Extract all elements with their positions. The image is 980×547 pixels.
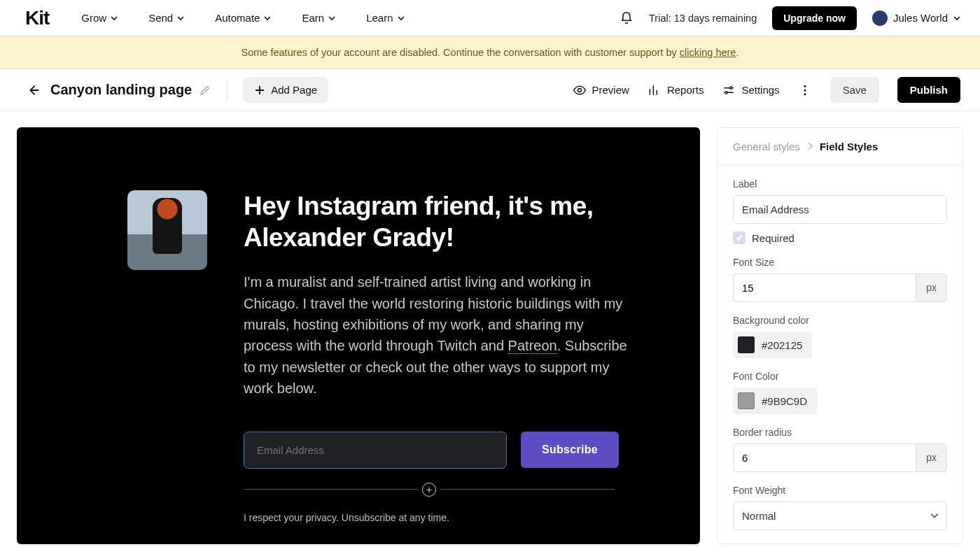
svg-point-4 xyxy=(804,89,806,91)
font-color-picker[interactable]: #9B9C9D xyxy=(733,388,817,414)
add-element-row[interactable]: + xyxy=(244,483,615,497)
font-size-unit: px xyxy=(916,274,947,302)
breadcrumb-current: Field Styles xyxy=(820,141,878,152)
color-swatch-icon xyxy=(738,392,755,409)
border-radius-group: Border radius px xyxy=(733,427,947,472)
body-link-patreon[interactable]: Patreon xyxy=(508,338,557,354)
font-weight-select[interactable] xyxy=(733,502,947,530)
subscribe-button[interactable]: Subscribe xyxy=(521,432,619,468)
account-banner: Some features of your account are disabl… xyxy=(0,36,980,69)
chart-icon xyxy=(648,83,662,97)
field-label-group: Label Required xyxy=(733,178,947,244)
panel-body: Label Required Font Size px Background c… xyxy=(718,166,962,544)
chevron-right-icon xyxy=(807,141,813,152)
canvas-headline[interactable]: Hey Instagram friend, it's me, Alexander… xyxy=(244,190,633,253)
publish-button[interactable]: Publish xyxy=(897,77,960,103)
border-radius-input-wrap: px xyxy=(733,443,947,472)
border-radius-input[interactable] xyxy=(733,443,916,472)
avatar xyxy=(872,10,888,26)
eye-icon xyxy=(573,83,587,97)
chevron-down-icon xyxy=(398,15,405,22)
user-menu[interactable]: Jules World xyxy=(872,10,960,26)
bg-color-title: Background color xyxy=(733,315,947,326)
author-photo[interactable] xyxy=(127,190,207,270)
workspace: Hey Instagram friend, it's me, Alexander… xyxy=(0,111,980,544)
nav-learn[interactable]: Learn xyxy=(366,12,404,24)
checkbox-icon xyxy=(733,232,746,244)
pencil-icon[interactable] xyxy=(199,84,211,97)
reports-button[interactable]: Reports xyxy=(648,83,704,97)
save-button[interactable]: Save xyxy=(830,77,879,103)
svg-point-5 xyxy=(804,93,806,95)
preview-button[interactable]: Preview xyxy=(573,83,629,97)
upgrade-button[interactable]: Upgrade now xyxy=(772,6,857,30)
font-weight-value[interactable] xyxy=(733,502,947,530)
plus-icon xyxy=(254,85,265,96)
field-label-input[interactable] xyxy=(733,195,947,224)
preview-label: Preview xyxy=(592,84,629,96)
plus-circle-icon[interactable]: + xyxy=(422,483,436,497)
back-arrow-icon[interactable] xyxy=(25,83,41,98)
settings-button[interactable]: Settings xyxy=(722,83,779,97)
top-nav: Kit Grow Send Automate Earn Learn Trial:… xyxy=(0,0,980,36)
privacy-text[interactable]: I respect your privacy. Unsubscribe at a… xyxy=(244,512,633,523)
email-input[interactable] xyxy=(244,432,507,469)
chevron-down-icon xyxy=(264,15,271,22)
canvas-text-column: Hey Instagram friend, it's me, Alexander… xyxy=(244,190,633,523)
nav-automate[interactable]: Automate xyxy=(215,12,271,24)
nav-items: Grow Send Automate Earn Learn xyxy=(81,12,404,24)
svg-point-2 xyxy=(725,91,727,93)
nav-label: Earn xyxy=(302,12,324,24)
required-label: Required xyxy=(752,232,794,244)
bg-color-value: #202125 xyxy=(762,339,802,351)
add-page-button[interactable]: Add Page xyxy=(243,77,328,103)
banner-link[interactable]: clicking here xyxy=(680,47,736,58)
sliders-icon xyxy=(722,83,736,97)
color-swatch-icon xyxy=(738,336,755,353)
border-radius-title: Border radius xyxy=(733,427,947,438)
required-checkbox-row[interactable]: Required xyxy=(733,232,947,244)
chevron-down-icon xyxy=(328,15,335,22)
breadcrumb: General styles Field Styles xyxy=(718,128,962,166)
font-size-input[interactable] xyxy=(733,274,916,302)
field-label-title: Label xyxy=(733,178,947,190)
editor-canvas[interactable]: Hey Instagram friend, it's me, Alexander… xyxy=(17,127,700,544)
font-color-group: Font Color #9B9C9D xyxy=(733,371,947,414)
reports-label: Reports xyxy=(667,84,704,96)
page-header: Canyon landing page Add Page Preview Rep… xyxy=(0,69,980,111)
svg-point-0 xyxy=(578,88,581,92)
font-color-value: #9B9C9D xyxy=(762,395,807,407)
svg-point-1 xyxy=(730,87,732,89)
svg-point-3 xyxy=(804,85,806,87)
nav-label: Grow xyxy=(81,12,106,24)
user-name: Jules World xyxy=(893,12,948,24)
bg-color-picker[interactable]: #202125 xyxy=(733,332,812,358)
chevron-down-icon xyxy=(953,15,960,22)
bell-icon[interactable] xyxy=(620,11,634,25)
header-actions: Preview Reports Settings Save Publish xyxy=(573,77,960,103)
nav-send[interactable]: Send xyxy=(148,12,184,24)
nav-earn[interactable]: Earn xyxy=(302,12,335,24)
trial-status: Trial: 13 days remaining xyxy=(649,13,757,24)
add-page-label: Add Page xyxy=(271,84,317,96)
nav-label: Send xyxy=(148,12,173,24)
page-title: Canyon landing page xyxy=(50,82,192,98)
subscribe-form: Subscribe xyxy=(244,432,633,469)
nav-label: Automate xyxy=(215,12,260,24)
settings-label: Settings xyxy=(741,84,779,96)
font-size-group: Font Size px xyxy=(733,257,947,302)
banner-text: Some features of your account are disabl… xyxy=(241,47,680,58)
more-menu-icon[interactable] xyxy=(798,83,812,97)
font-weight-group: Font Weight xyxy=(733,485,947,530)
font-size-input-wrap: px xyxy=(733,274,947,302)
font-size-title: Font Size xyxy=(733,257,947,268)
top-nav-right: Trial: 13 days remaining Upgrade now Jul… xyxy=(620,6,960,30)
breadcrumb-root[interactable]: General styles xyxy=(733,141,800,152)
chevron-down-icon xyxy=(177,15,184,22)
nav-grow[interactable]: Grow xyxy=(81,12,118,24)
chevron-down-icon xyxy=(111,15,118,22)
canvas-content: Hey Instagram friend, it's me, Alexander… xyxy=(127,190,633,523)
border-radius-unit: px xyxy=(916,443,947,472)
brand-logo[interactable]: Kit xyxy=(25,7,49,29)
canvas-body[interactable]: I'm a muralist and self-trained artist l… xyxy=(244,271,633,399)
